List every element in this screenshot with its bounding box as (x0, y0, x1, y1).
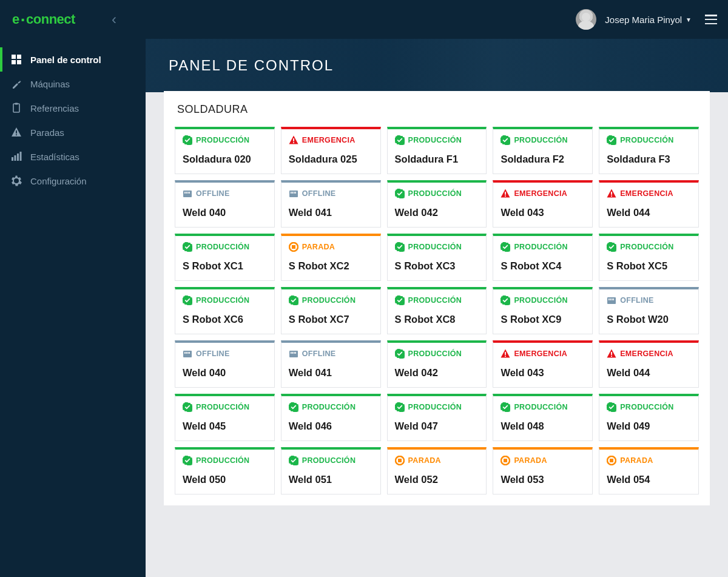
machine-card[interactable]: PRODUCCIÓN Weld 047 (387, 394, 487, 441)
machine-card[interactable]: PRODUCCIÓN Soldadura F1 (387, 127, 487, 174)
emergencia-icon (500, 189, 510, 198)
machine-card[interactable]: PRODUCCIÓN Soldadura F3 (599, 127, 699, 174)
brand-e: e (12, 12, 19, 27)
status-label: PRODUCCIÓN (408, 349, 462, 358)
status-label: PRODUCCIÓN (302, 456, 356, 465)
status-label: PRODUCCIÓN (408, 136, 462, 144)
offline-icon (183, 189, 192, 198)
status-badge: EMERGENCIA (289, 135, 373, 145)
chevron-down-icon[interactable]: ▼ (686, 16, 692, 23)
status-label: OFFLINE (196, 189, 230, 198)
sidebar-item-gear[interactable]: Configuración (0, 169, 146, 193)
status-badge: PRODUCCIÓN (395, 402, 479, 412)
machine-card[interactable]: PRODUCCIÓN Weld 051 (281, 447, 381, 494)
machine-card[interactable]: OFFLINE Weld 041 (281, 180, 381, 228)
status-label: PARADA (620, 456, 653, 465)
machine-card[interactable]: PRODUCCIÓN Weld 042 (387, 340, 487, 388)
machine-card[interactable]: EMERGENCIA Soldadura 025 (281, 127, 381, 174)
avatar[interactable] (576, 9, 596, 30)
status-badge: OFFLINE (183, 349, 267, 359)
emergencia-icon (607, 189, 616, 198)
status-label: PRODUCCIÓN (196, 243, 249, 251)
produccion-icon (183, 135, 192, 145)
produccion-icon (607, 242, 616, 252)
machine-card[interactable]: PRODUCCIÓN Weld 042 (387, 180, 487, 228)
machine-name: Weld 044 (607, 207, 691, 218)
machine-card[interactable]: PRODUCCIÓN Weld 045 (175, 394, 275, 441)
machine-name: Weld 042 (395, 207, 479, 218)
machine-card[interactable]: EMERGENCIA Weld 044 (599, 340, 699, 388)
machine-card[interactable]: PRODUCCIÓN Soldadura F2 (493, 127, 593, 174)
machine-card[interactable]: PRODUCCIÓN S Robot XC3 (387, 234, 487, 281)
machine-card[interactable]: PARADA Weld 053 (493, 447, 593, 494)
brand-logo[interactable]: e·connect (12, 12, 75, 27)
produccion-icon (500, 295, 510, 305)
status-badge: PRODUCCIÓN (183, 402, 267, 412)
machine-card[interactable]: OFFLINE Weld 041 (281, 340, 381, 388)
sidebar-item-warning[interactable]: Paradas (0, 120, 146, 144)
offline-icon (607, 295, 616, 305)
status-label: PRODUCCIÓN (196, 296, 249, 305)
status-label: PRODUCCIÓN (514, 243, 567, 251)
produccion-icon (183, 295, 192, 305)
produccion-icon (395, 242, 405, 252)
status-label: PRODUCCIÓN (408, 243, 462, 251)
machine-card[interactable]: PRODUCCIÓN Weld 048 (493, 394, 593, 441)
sidebar-item-clipboard[interactable]: Referencias (0, 96, 146, 120)
machine-card[interactable]: EMERGENCIA Weld 044 (599, 180, 699, 228)
sidebar-item-stats[interactable]: Estadísticas (0, 144, 146, 169)
produccion-icon (395, 135, 405, 145)
status-badge: OFFLINE (289, 189, 373, 198)
machine-card[interactable]: PRODUCCIÓN Soldadura 020 (175, 127, 275, 174)
topbar: e·connect ‹ Josep Maria Pinyol ▼ (0, 0, 728, 39)
produccion-icon (395, 295, 405, 305)
back-chevron-icon[interactable]: ‹ (112, 11, 116, 28)
status-badge: PRODUCCIÓN (500, 295, 585, 305)
status-badge: PRODUCCIÓN (395, 295, 479, 305)
menu-icon[interactable] (705, 15, 717, 24)
machine-card[interactable]: PARADA Weld 054 (599, 447, 699, 494)
machine-card[interactable]: PRODUCCIÓN S Robot XC7 (281, 287, 381, 334)
machine-name: Soldadura 020 (183, 154, 267, 165)
gear-icon (11, 175, 22, 186)
machine-card[interactable]: PRODUCCIÓN S Robot XC8 (387, 287, 487, 334)
status-label: PRODUCCIÓN (408, 296, 462, 305)
machine-name: S Robot XC8 (395, 314, 479, 325)
page-title: PANEL DE CONTROL (169, 57, 334, 74)
status-badge: OFFLINE (183, 189, 267, 198)
machine-card[interactable]: PRODUCCIÓN S Robot XC4 (493, 234, 593, 281)
produccion-icon (183, 456, 192, 465)
machine-name: S Robot XC6 (183, 314, 267, 325)
machine-card[interactable]: OFFLINE Weld 040 (175, 180, 275, 228)
machine-card[interactable]: OFFLINE S Robot W20 (599, 287, 699, 334)
machine-card[interactable]: PRODUCCIÓN S Robot XC1 (175, 234, 275, 281)
machine-name: Soldadura F3 (607, 154, 691, 165)
sidebar-item-label: Panel de control (30, 55, 101, 65)
machine-name: Weld 049 (607, 420, 691, 432)
produccion-icon (395, 349, 405, 359)
sidebar-item-wrench[interactable]: Máquinas (0, 72, 146, 96)
machine-card[interactable]: PRODUCCIÓN Weld 050 (175, 447, 275, 494)
machine-card[interactable]: PRODUCCIÓN S Robot XC9 (493, 287, 593, 334)
status-badge: PRODUCCIÓN (183, 242, 267, 252)
user-menu[interactable]: Josep Maria Pinyol (605, 15, 682, 25)
sidebar-item-label: Configuración (30, 176, 87, 186)
machine-card[interactable]: EMERGENCIA Weld 043 (493, 340, 593, 388)
machine-card[interactable]: PRODUCCIÓN Weld 049 (599, 394, 699, 441)
status-label: PARADA (408, 456, 441, 465)
machine-card[interactable]: EMERGENCIA Weld 043 (493, 180, 593, 228)
machine-card[interactable]: PARADA Weld 052 (387, 447, 487, 494)
status-badge: PRODUCCIÓN (607, 402, 691, 412)
machine-card[interactable]: PRODUCCIÓN S Robot XC5 (599, 234, 699, 281)
machine-grid: PRODUCCIÓN Soldadura 020 EMERGENCIA Sold… (175, 127, 699, 494)
machine-card[interactable]: PARADA S Robot XC2 (281, 234, 381, 281)
machine-name: Weld 043 (500, 207, 585, 218)
machine-name: Weld 042 (395, 367, 479, 379)
machine-name: Weld 047 (395, 420, 479, 432)
status-badge: PRODUCCIÓN (607, 135, 691, 145)
machine-card[interactable]: PRODUCCIÓN Weld 046 (281, 394, 381, 441)
status-badge: PARADA (500, 456, 585, 465)
machine-card[interactable]: OFFLINE Weld 040 (175, 340, 275, 388)
machine-card[interactable]: PRODUCCIÓN S Robot XC6 (175, 287, 275, 334)
sidebar-item-dashboard[interactable]: Panel de control (0, 47, 146, 72)
